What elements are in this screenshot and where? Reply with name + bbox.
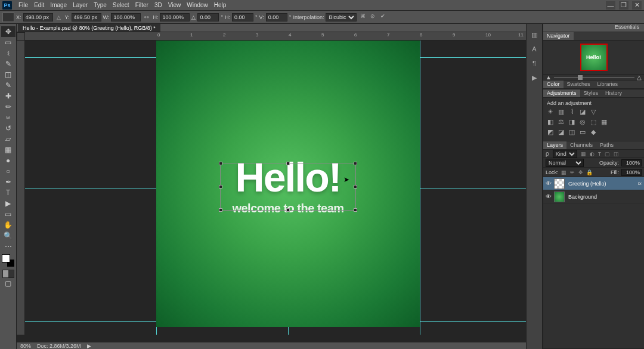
visibility-toggle-icon[interactable]: 👁	[546, 193, 554, 200]
layer-name[interactable]: Greeting (Hello)	[568, 181, 606, 187]
foreground-color-swatch[interactable]	[2, 254, 10, 262]
screen-mode-icon[interactable]: ▢	[1, 278, 16, 289]
selectivecolor-icon[interactable]: ◆	[590, 128, 597, 136]
menu-type[interactable]: Type	[91, 2, 110, 8]
photofilter-icon[interactable]: ◎	[579, 118, 586, 126]
layer-fx-badge[interactable]: fx	[638, 181, 642, 186]
gradient-tool[interactable]: ▦	[1, 144, 16, 155]
bw-icon[interactable]: ◨	[568, 118, 575, 126]
horizontal-ruler[interactable]: 0 1 2 3 4 5 6 7 8 9 10 11	[25, 32, 526, 41]
tab-adjustments[interactable]: Adjustments	[543, 89, 580, 97]
w-input[interactable]	[111, 13, 141, 21]
triangle-icon[interactable]: △	[55, 14, 63, 20]
menu-file[interactable]: File	[16, 2, 31, 8]
zoom-slider-knob[interactable]	[578, 75, 583, 80]
y-input[interactable]	[72, 13, 101, 21]
tab-channels[interactable]: Channels	[566, 141, 596, 149]
zoom-tool[interactable]: 🔍	[1, 230, 16, 241]
crop-tool[interactable]: ◫	[1, 69, 16, 80]
menu-view[interactable]: View	[165, 2, 184, 8]
workspace-switcher[interactable]: Essentials	[543, 24, 644, 32]
maximize-button[interactable]: ❐	[619, 1, 628, 10]
x-input[interactable]	[23, 13, 53, 21]
navigator-preview[interactable]: Hello!	[543, 41, 644, 74]
menu-3d[interactable]: 3D	[151, 2, 165, 8]
guide-vertical[interactable]	[420, 41, 420, 335]
visibility-toggle-icon[interactable]: 👁	[546, 180, 554, 187]
layer-name[interactable]: Background	[568, 194, 597, 200]
doc-size[interactable]: Doc: 2.86M/3.26M	[37, 343, 81, 349]
interpolation-select[interactable]: Bicubic	[326, 13, 357, 21]
character-icon[interactable]: A	[529, 44, 540, 54]
menu-layer[interactable]: Layer	[70, 2, 91, 8]
quick-select-tool[interactable]: ✎	[1, 58, 16, 69]
lasso-tool[interactable]: ଽ	[1, 48, 16, 58]
threshold-icon[interactable]: ◫	[568, 128, 575, 136]
menu-window[interactable]: Window	[184, 2, 211, 8]
actions-icon[interactable]: ▶	[529, 73, 540, 82]
history-brush-tool[interactable]: ↺	[1, 123, 16, 134]
lock-paint-icon[interactable]: ✏	[569, 169, 575, 175]
tab-swatches[interactable]: Swatches	[564, 81, 594, 88]
layer-thumbnail[interactable]	[554, 178, 565, 189]
layer-filter-select[interactable]: Kind	[553, 150, 577, 158]
brightness-icon[interactable]: ☀	[547, 108, 554, 116]
zoom-level[interactable]: 80%	[20, 343, 31, 349]
curves-icon[interactable]: ⌇	[568, 108, 575, 116]
tab-history[interactable]: History	[602, 89, 626, 97]
layer-thumbnail[interactable]	[554, 192, 565, 202]
filter-smart-icon[interactable]: ◫	[614, 151, 619, 157]
pen-tool[interactable]: ✒	[1, 177, 16, 187]
tab-layers[interactable]: Layers	[543, 141, 566, 149]
close-button[interactable]: ✕	[632, 1, 642, 10]
type-tool[interactable]: T	[1, 187, 16, 198]
vertical-ruler[interactable]	[17, 41, 25, 335]
transform-ref-point-icon[interactable]	[2, 13, 14, 22]
cancel-transform-icon[interactable]: ⊘	[369, 13, 377, 21]
menu-select[interactable]: Select	[110, 2, 132, 8]
layer-row[interactable]: 👁 Greeting (Hello) fx	[543, 177, 644, 190]
filter-shape-icon[interactable]: ▢	[605, 151, 610, 157]
paragraph-icon[interactable]: ¶	[529, 58, 540, 68]
shape-tool[interactable]: ▭	[1, 209, 16, 220]
filter-type-icon[interactable]: T	[598, 151, 602, 157]
status-arrow-icon[interactable]: ▶	[87, 343, 91, 349]
hskew-input[interactable]	[232, 13, 253, 21]
tab-libraries[interactable]: Libraries	[594, 81, 622, 88]
zoom-out-icon[interactable]: ▲	[546, 74, 552, 81]
tab-styles[interactable]: Styles	[580, 89, 602, 97]
quick-mask-toggle[interactable]	[2, 270, 14, 278]
blend-mode-select[interactable]: Normal	[546, 159, 584, 167]
zoom-in-icon[interactable]: △	[637, 74, 642, 81]
gradientmap-icon[interactable]: ▭	[579, 128, 586, 136]
opacity-input[interactable]	[621, 159, 642, 166]
menu-filter[interactable]: Filter	[132, 2, 151, 8]
menu-edit[interactable]: Edit	[31, 2, 47, 8]
menu-help[interactable]: Help	[211, 2, 230, 8]
document-tab[interactable]: Hello - Example.psd @ 80% (Greeting (Hel…	[18, 24, 160, 32]
clone-stamp-tool[interactable]: ⎃	[1, 112, 16, 123]
invert-icon[interactable]: ◩	[547, 128, 554, 136]
link-icon[interactable]: ⚯	[143, 14, 151, 20]
channelmixer-icon[interactable]: ⬚	[590, 118, 597, 126]
fill-input[interactable]	[621, 169, 642, 176]
path-select-tool[interactable]: ▶	[1, 198, 16, 209]
filter-adjust-icon[interactable]: ◐	[590, 151, 595, 157]
vibrance-icon[interactable]: ▽	[590, 108, 597, 116]
eraser-tool[interactable]: ▱	[1, 134, 16, 144]
histogram-icon[interactable]: ▥	[529, 30, 540, 39]
huesat-icon[interactable]: ◧	[547, 118, 554, 126]
posterize-icon[interactable]: ◪	[558, 128, 565, 136]
move-tool[interactable]: ✥	[1, 26, 16, 37]
minimize-button[interactable]: —	[606, 1, 615, 10]
layer-row[interactable]: 👁 Background	[543, 190, 644, 203]
brush-tool[interactable]: ✏	[1, 101, 16, 112]
hand-tool[interactable]: ✋	[1, 220, 16, 230]
transform-box[interactable]: ➤	[220, 163, 356, 211]
filter-pixel-icon[interactable]: ▦	[581, 151, 586, 157]
colorbalance-icon[interactable]: ⚖	[558, 118, 565, 126]
fg-bg-color[interactable]	[2, 254, 15, 267]
h-input[interactable]	[160, 13, 190, 21]
edit-toolbar-icon[interactable]: ⋯	[1, 241, 16, 252]
tab-paths[interactable]: Paths	[596, 141, 617, 149]
